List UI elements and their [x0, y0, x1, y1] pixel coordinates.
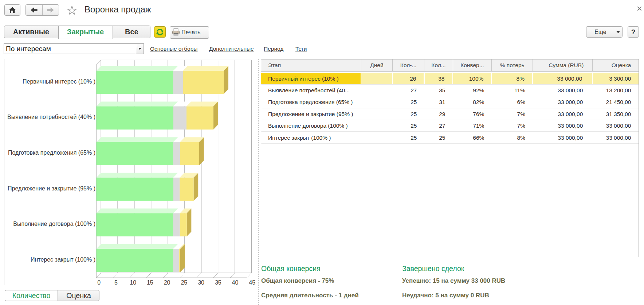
svg-text:30: 30 — [198, 279, 204, 286]
svg-text:0: 0 — [97, 279, 101, 286]
svg-text:20: 20 — [164, 279, 170, 286]
svg-text:40: 40 — [232, 279, 239, 286]
svg-text:10: 10 — [130, 279, 136, 286]
svg-text:15: 15 — [147, 279, 153, 286]
svg-text:35: 35 — [215, 279, 221, 286]
svg-text:45: 45 — [249, 279, 255, 286]
svg-text:25: 25 — [181, 279, 187, 286]
svg-text:5: 5 — [114, 279, 118, 286]
